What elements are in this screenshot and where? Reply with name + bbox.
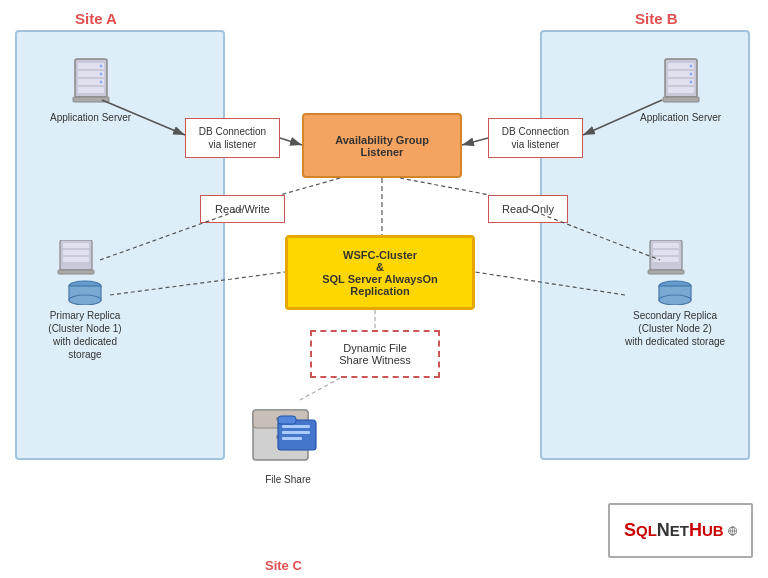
secondary-replica-svg <box>645 240 705 305</box>
svg-rect-27 <box>653 243 679 248</box>
read-only-box: Read Only <box>488 195 568 223</box>
svg-rect-30 <box>648 270 684 274</box>
svg-point-15 <box>689 65 692 68</box>
svg-point-16 <box>689 73 692 76</box>
svg-rect-4 <box>78 87 104 93</box>
svg-line-51 <box>280 138 302 145</box>
svg-point-25 <box>69 295 101 305</box>
app-server-left-label: Application Server <box>50 111 131 124</box>
listener-label: Availability Group Listener <box>335 134 429 158</box>
secondary-replica-label: Secondary Replica(Cluster Node 2)with de… <box>625 309 725 348</box>
svg-rect-41 <box>282 431 310 434</box>
app-server-left: Application Server <box>50 55 131 124</box>
site-a-label: Site A <box>75 10 117 27</box>
svg-rect-28 <box>653 250 679 255</box>
logo-text: SQLNETHUB <box>624 520 724 541</box>
svg-line-55 <box>400 178 490 195</box>
svg-line-60 <box>300 378 340 400</box>
read-only-label: Read Only <box>502 203 554 215</box>
server-svg-left <box>65 55 117 107</box>
svg-point-7 <box>99 73 102 76</box>
svg-line-54 <box>280 178 340 195</box>
svg-rect-21 <box>63 257 89 262</box>
svg-rect-13 <box>668 87 694 93</box>
globe-icon <box>728 522 737 540</box>
svg-rect-14 <box>663 97 699 102</box>
wsfc-box: WSFC-Cluster & SQL Server AlwaysOn Repli… <box>285 235 475 310</box>
svg-rect-39 <box>278 416 296 424</box>
server-svg-right <box>655 55 707 107</box>
svg-rect-5 <box>73 97 109 102</box>
db-conn-left: DB Connection via listener <box>185 118 280 158</box>
app-server-right: Application Server <box>640 55 721 124</box>
listener-box: Availability Group Listener <box>302 113 462 178</box>
svg-rect-20 <box>63 250 89 255</box>
svg-rect-42 <box>282 437 302 440</box>
fileshare-label: File Share <box>265 474 311 485</box>
fileshare-icon: File Share <box>248 400 328 485</box>
read-write-box: Read/Write <box>200 195 285 223</box>
site-b-label: Site B <box>635 10 678 27</box>
svg-rect-19 <box>63 243 89 248</box>
diagram-container: Site A Site B Site C Application Server <box>0 0 768 578</box>
sqlnethub-logo: SQLNETHUB <box>608 503 753 558</box>
witness-box: Dynamic File Share Witness <box>310 330 440 378</box>
svg-point-6 <box>99 65 102 68</box>
svg-rect-22 <box>58 270 94 274</box>
svg-point-33 <box>659 295 691 305</box>
logo-net: NET <box>657 520 689 540</box>
svg-point-8 <box>99 81 102 84</box>
primary-replica: Primary Replica(Cluster Node 1)with dedi… <box>35 240 135 361</box>
secondary-replica: Secondary Replica(Cluster Node 2)with de… <box>625 240 725 348</box>
logo-sql: SQL <box>624 520 657 540</box>
svg-rect-29 <box>653 257 679 262</box>
fileshare-svg <box>248 400 328 470</box>
read-write-label: Read/Write <box>215 203 270 215</box>
svg-point-17 <box>689 81 692 84</box>
primary-replica-label: Primary Replica(Cluster Node 1)with dedi… <box>35 309 135 361</box>
svg-line-53 <box>462 138 488 145</box>
db-conn-right: DB Connection via listener <box>488 118 583 158</box>
svg-rect-40 <box>282 425 310 428</box>
primary-replica-svg <box>55 240 115 305</box>
db-conn-left-label: DB Connection via listener <box>199 125 266 151</box>
app-server-right-label: Application Server <box>640 111 721 124</box>
db-conn-right-label: DB Connection via listener <box>502 125 569 151</box>
site-c-label: Site C <box>265 558 302 573</box>
witness-label: Dynamic File Share Witness <box>339 342 411 366</box>
wsfc-label: WSFC-Cluster & SQL Server AlwaysOn Repli… <box>296 249 464 297</box>
logo-hub: HUB <box>689 520 724 540</box>
